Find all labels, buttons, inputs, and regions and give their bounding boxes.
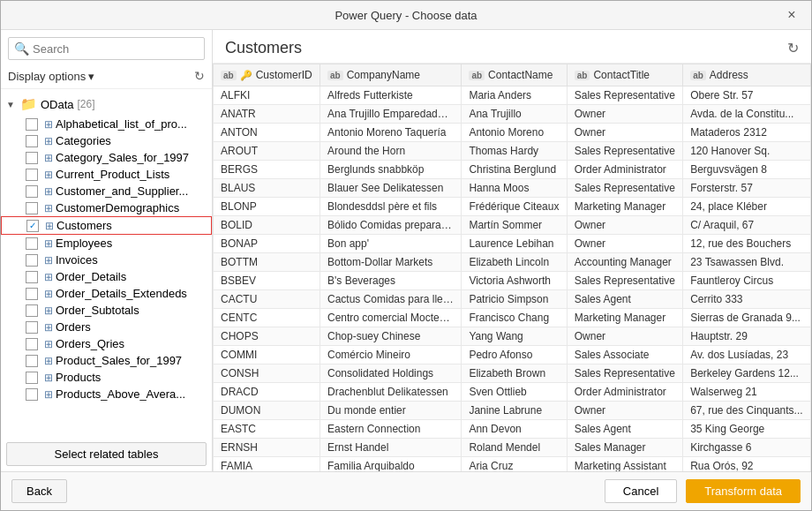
odata-root-item[interactable]: ▼ 📁 OData [26] [1, 93, 212, 116]
back-button[interactable]: Back [11, 479, 67, 503]
checkbox-curprod[interactable] [26, 169, 38, 181]
tree-item-orderdetext[interactable]: ⊞Order_Details_Extendeds [1, 285, 212, 302]
col-header-address[interactable]: abAddress [683, 64, 811, 86]
tree-item-custsupp[interactable]: ⊞Customer_and_Supplier... [1, 183, 212, 199]
data-table-container[interactable]: ab🔑CustomerIDabCompanyNameabContactNamea… [213, 64, 811, 471]
table-icon: ⊞ [44, 169, 53, 181]
col-header-companyname[interactable]: abCompanyName [320, 64, 462, 86]
checkbox-ordersq[interactable] [26, 338, 38, 350]
checkbox-orderdetext[interactable] [26, 288, 38, 300]
table-row[interactable]: FAMIAFamilia ArquibaldoAria CruzMarketin… [214, 457, 811, 472]
right-header: Customers ↻ [213, 30, 811, 64]
cell-contactname: Patricio Simpson [462, 290, 567, 309]
select-related-tables-button[interactable]: Select related tables [6, 442, 207, 466]
search-input[interactable] [33, 42, 199, 56]
cell-companyname: Drachenblut Delikatessen [320, 383, 462, 402]
cell-customerid: COMMI [214, 346, 320, 364]
close-button[interactable]: × [783, 6, 801, 24]
cell-contactname: Pedro Afonso [462, 346, 567, 364]
tree-item-orderdet[interactable]: ⊞Order_Details [1, 268, 212, 285]
cell-contactname: Janine Labrune [462, 402, 567, 420]
table-row[interactable]: CHOPSChop-suey ChineseYang WangOwnerHaup… [214, 327, 811, 346]
table-icon: ⊞ [44, 237, 53, 250]
checkbox-prodsabove[interactable] [26, 388, 38, 401]
table-row[interactable]: BONAPBon app'Laurence LebihanOwner12, ru… [214, 235, 811, 253]
checkbox-orders[interactable] [26, 321, 38, 334]
tree-item-orders[interactable]: ⊞Orders [1, 319, 212, 335]
cancel-button[interactable]: Cancel [605, 479, 677, 503]
cell-address: Walserweg 21 [683, 383, 811, 402]
table-row[interactable]: BERGSBerglunds snabbköpChristina Berglun… [214, 161, 811, 179]
col-header-contactname[interactable]: abContactName [462, 64, 567, 86]
cell-address: Mataderos 2312 [683, 124, 811, 142]
tree-item-categories[interactable]: ⊞Categories [1, 132, 212, 149]
checkbox-ordersub[interactable] [26, 304, 38, 317]
tree-item-label: Products_Above_Avera... [56, 387, 185, 401]
expand-arrow-icon: ▼ [6, 100, 15, 109]
transform-data-button[interactable]: Transform data [686, 479, 801, 503]
checkbox-customers[interactable] [26, 220, 39, 232]
table-row[interactable]: ALFKIAlfreds FutterkisteMaria AndersSale… [214, 86, 811, 105]
checkbox-prodsales[interactable] [26, 355, 38, 367]
col-header-customerid[interactable]: ab🔑CustomerID [214, 64, 320, 86]
checkbox-employees[interactable] [26, 237, 38, 250]
right-refresh-icon[interactable]: ↻ [787, 40, 799, 56]
tree-item-prodsabove[interactable]: ⊞Products_Above_Avera... [1, 386, 212, 402]
dialog-title: Power Query - Choose data [29, 9, 783, 22]
refresh-icon[interactable]: ↻ [194, 69, 205, 83]
checkbox-custsupp[interactable] [26, 185, 38, 198]
tree-item-employees[interactable]: ⊞Employees [1, 235, 212, 252]
checkbox-products[interactable] [26, 372, 38, 384]
table-row[interactable]: AROUTAround the HornThomas HardySales Re… [214, 142, 811, 161]
table-row[interactable]: DUMONDu monde entierJanine LabruneOwner6… [214, 402, 811, 420]
tree-item-catsales[interactable]: ⊞Category_Sales_for_1997 [1, 149, 212, 166]
cell-customerid: CENTC [214, 309, 320, 327]
tree-item-custdemo[interactable]: ⊞CustomerDemographics [1, 199, 212, 216]
table-row[interactable]: CONSHConsolidated HoldingsElizabeth Brow… [214, 364, 811, 383]
table-row[interactable]: COMMIComércio MineiroPedro AfonsoSales A… [214, 346, 811, 364]
table-row[interactable]: CENTCCentro comercial MoctezumaFrancisco… [214, 309, 811, 327]
tree-item-alpha[interactable]: ⊞Alphabetical_list_of_pro... [1, 116, 212, 132]
table-row[interactable]: DRACDDrachenblut DelikatessenSven Ottlie… [214, 383, 811, 402]
table-row[interactable]: BSBEVB's BeveragesVictoria AshworthSales… [214, 272, 811, 290]
cell-companyname: Chop-suey Chinese [320, 327, 462, 346]
checkbox-catsales[interactable] [26, 152, 38, 164]
cell-companyname: Comércio Mineiro [320, 346, 462, 364]
table-body: ALFKIAlfreds FutterkisteMaria AndersSale… [214, 86, 811, 472]
tree-item-invoices[interactable]: ⊞Invoices [1, 252, 212, 268]
table-row[interactable]: BOTTMBottom-Dollar MarketsElizabeth Linc… [214, 253, 811, 272]
tree-item-prodsales[interactable]: ⊞Product_Sales_for_1997 [1, 352, 212, 369]
col-header-contacttitle[interactable]: abContactTitle [567, 64, 682, 86]
cell-customerid: BERGS [214, 161, 320, 179]
cell-address: 24, place Kléber [683, 198, 811, 216]
table-row[interactable]: ANTONAntonio Moreno TaqueríaAntonio More… [214, 124, 811, 142]
checkbox-categories[interactable] [26, 135, 38, 147]
table-row[interactable]: CACTUCactus Comidas para llevarPatricio … [214, 290, 811, 309]
table-row[interactable]: ANATRAna Trujillo Emparedados y helad...… [214, 105, 811, 124]
tree-item-ordersq[interactable]: ⊞Orders_Qries [1, 335, 212, 352]
table-row[interactable]: BLAUSBlauer See DelikatessenHanna MoosSa… [214, 179, 811, 198]
table-row[interactable]: ERNSHErnst HandelRoland MendelSales Mana… [214, 439, 811, 457]
col-type-badge: ab [575, 71, 590, 80]
display-options-toggle[interactable]: Display options ▾ [8, 70, 94, 83]
tree-item-label: Order_Details [56, 270, 126, 283]
tree-item-customers[interactable]: ⊞Customers [1, 216, 212, 235]
cell-customerid: ERNSH [214, 439, 320, 457]
table-row[interactable]: BLONPBlondesddsl père et filsFrédérique … [214, 198, 811, 216]
checkbox-custdemo[interactable] [26, 202, 38, 214]
checkbox-orderdet[interactable] [26, 271, 38, 283]
table-row[interactable]: BOLIDBólido Comidas preparadasMartín Som… [214, 216, 811, 235]
tree-item-curprod[interactable]: ⊞Current_Product_Lists [1, 166, 212, 183]
cell-contactname: Yang Wang [462, 327, 567, 346]
cell-companyname: Eastern Connection [320, 420, 462, 439]
table-row[interactable]: EASTCEastern ConnectionAnn DevonSales Ag… [214, 420, 811, 439]
tree-item-products[interactable]: ⊞Products [1, 369, 212, 386]
checkbox-alpha[interactable] [26, 118, 38, 131]
checkbox-invoices[interactable] [26, 254, 38, 267]
search-box[interactable]: 🔍 [8, 37, 205, 60]
cell-customerid: BOLID [214, 216, 320, 235]
tree-item-ordersub[interactable]: ⊞Order_Subtotals [1, 302, 212, 319]
key-icon: 🔑 [240, 70, 252, 81]
tree-item-label: Product_Sales_for_1997 [56, 354, 182, 367]
search-icon: 🔍 [14, 41, 29, 56]
